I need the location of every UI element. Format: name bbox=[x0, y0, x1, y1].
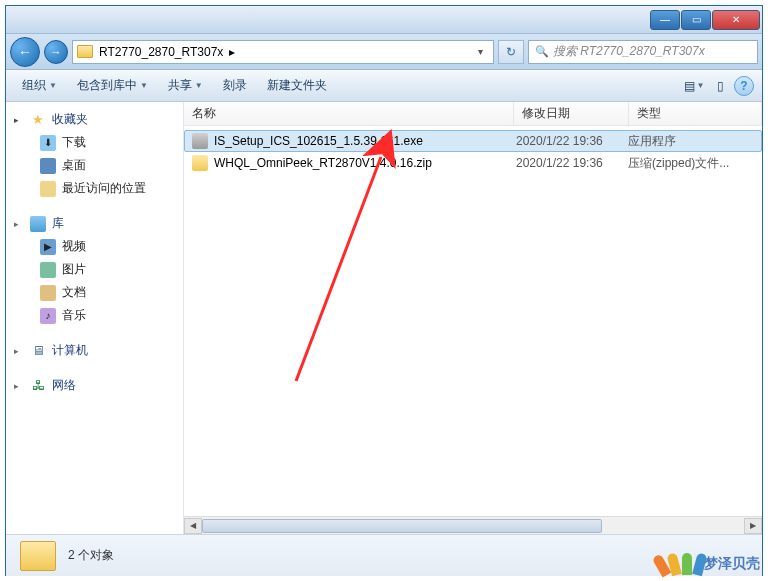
scroll-right-button[interactable]: ▶ bbox=[744, 518, 762, 534]
scroll-thumb[interactable] bbox=[202, 519, 602, 533]
exe-icon bbox=[192, 133, 208, 149]
sidebar-item-pictures[interactable]: 图片 bbox=[14, 258, 183, 281]
file-list[interactable]: IS_Setup_ICS_102615_1.5.39.161.exe2020/1… bbox=[184, 126, 762, 178]
content-pane: 名称 修改日期 类型 IS_Setup_ICS_102615_1.5.39.16… bbox=[184, 102, 762, 534]
navigation-bar: ← → RT2770_2870_RT307x ▸ ▾ ↻ 搜索 RT2770_2… bbox=[6, 34, 762, 70]
video-icon: ▶ bbox=[40, 239, 56, 255]
help-button[interactable]: ? bbox=[734, 76, 754, 96]
sidebar-item-videos[interactable]: ▶视频 bbox=[14, 235, 183, 258]
music-icon: ♪ bbox=[40, 308, 56, 324]
file-row[interactable]: WHQL_OmniPeek_RT2870V1.4.0.16.zip2020/1/… bbox=[184, 152, 762, 174]
watermark: 梦泽贝壳 bbox=[662, 553, 760, 575]
sidebar-item-recent[interactable]: 最近访问的位置 bbox=[14, 177, 183, 200]
explorer-window: — ▭ ✕ ← → RT2770_2870_RT307x ▸ ▾ ↻ 搜索 RT… bbox=[5, 5, 763, 576]
document-icon bbox=[40, 285, 56, 301]
expand-icon: ▸ bbox=[14, 219, 24, 229]
minimize-button[interactable]: — bbox=[650, 10, 680, 30]
back-button[interactable]: ← bbox=[10, 37, 40, 67]
computer-icon: 🖥 bbox=[30, 343, 46, 359]
burn-button[interactable]: 刻录 bbox=[215, 74, 255, 97]
path-separator: ▸ bbox=[229, 45, 235, 59]
search-placeholder: 搜索 RT2770_2870_RT307x bbox=[553, 43, 705, 60]
horizontal-scrollbar[interactable]: ◀ ▶ bbox=[184, 516, 762, 534]
search-input[interactable]: 搜索 RT2770_2870_RT307x bbox=[528, 40, 758, 64]
body-area: ▸ ★ 收藏夹 ⬇下载 桌面 最近访问的位置 ▸ 库 ▶视频 图片 文档 ♪音乐 bbox=[6, 102, 762, 534]
organize-menu[interactable]: 组织▼ bbox=[14, 74, 65, 97]
sidebar-favorites[interactable]: ▸ ★ 收藏夹 bbox=[14, 108, 183, 131]
view-options-button[interactable]: ▤▼ bbox=[682, 75, 706, 97]
sidebar-item-music[interactable]: ♪音乐 bbox=[14, 304, 183, 327]
watermark-logo-icon bbox=[662, 553, 702, 575]
sidebar-item-downloads[interactable]: ⬇下载 bbox=[14, 131, 183, 154]
expand-icon: ▸ bbox=[14, 381, 24, 391]
folder-icon bbox=[20, 541, 56, 571]
desktop-icon bbox=[40, 158, 56, 174]
share-menu[interactable]: 共享▼ bbox=[160, 74, 211, 97]
file-type: 压缩(zipped)文件... bbox=[628, 155, 762, 172]
zip-icon bbox=[192, 155, 208, 171]
address-bar[interactable]: RT2770_2870_RT307x ▸ ▾ bbox=[72, 40, 494, 64]
scroll-left-button[interactable]: ◀ bbox=[184, 518, 202, 534]
toolbar: 组织▼ 包含到库中▼ 共享▼ 刻录 新建文件夹 ▤▼ ▯ ? bbox=[6, 70, 762, 102]
include-in-library-menu[interactable]: 包含到库中▼ bbox=[69, 74, 156, 97]
recent-icon bbox=[40, 181, 56, 197]
preview-pane-button[interactable]: ▯ bbox=[708, 75, 732, 97]
watermark-text: 梦泽贝壳 bbox=[704, 555, 760, 573]
library-icon bbox=[30, 216, 46, 232]
expand-icon: ▸ bbox=[14, 346, 24, 356]
network-icon: 🖧 bbox=[30, 378, 46, 394]
file-name: WHQL_OmniPeek_RT2870V1.4.0.16.zip bbox=[214, 156, 516, 170]
folder-icon bbox=[77, 45, 93, 58]
forward-button[interactable]: → bbox=[44, 40, 68, 64]
file-date: 2020/1/22 19:36 bbox=[516, 134, 628, 148]
column-headers: 名称 修改日期 类型 bbox=[184, 102, 762, 126]
maximize-button[interactable]: ▭ bbox=[681, 10, 711, 30]
navigation-pane[interactable]: ▸ ★ 收藏夹 ⬇下载 桌面 最近访问的位置 ▸ 库 ▶视频 图片 文档 ♪音乐 bbox=[6, 102, 184, 534]
file-name: IS_Setup_ICS_102615_1.5.39.161.exe bbox=[214, 134, 516, 148]
file-row[interactable]: IS_Setup_ICS_102615_1.5.39.161.exe2020/1… bbox=[184, 130, 762, 152]
file-type: 应用程序 bbox=[628, 133, 761, 150]
expand-icon: ▸ bbox=[14, 115, 24, 125]
titlebar: — ▭ ✕ bbox=[6, 6, 762, 34]
sidebar-item-desktop[interactable]: 桌面 bbox=[14, 154, 183, 177]
sidebar-libraries[interactable]: ▸ 库 bbox=[14, 212, 183, 235]
column-date[interactable]: 修改日期 bbox=[514, 102, 629, 125]
item-count-label: 2 个对象 bbox=[68, 547, 114, 564]
sidebar-item-documents[interactable]: 文档 bbox=[14, 281, 183, 304]
details-pane: 2 个对象 bbox=[6, 534, 762, 576]
scroll-track[interactable] bbox=[202, 518, 744, 534]
sidebar-computer[interactable]: ▸ 🖥 计算机 bbox=[14, 339, 183, 362]
address-dropdown[interactable]: ▾ bbox=[471, 46, 489, 57]
close-button[interactable]: ✕ bbox=[712, 10, 760, 30]
sidebar-network[interactable]: ▸ 🖧 网络 bbox=[14, 374, 183, 397]
new-folder-button[interactable]: 新建文件夹 bbox=[259, 74, 335, 97]
file-date: 2020/1/22 19:36 bbox=[516, 156, 628, 170]
picture-icon bbox=[40, 262, 56, 278]
column-type[interactable]: 类型 bbox=[629, 102, 762, 125]
path-text: RT2770_2870_RT307x bbox=[99, 45, 223, 59]
star-icon: ★ bbox=[30, 112, 46, 128]
column-name[interactable]: 名称 bbox=[184, 102, 514, 125]
refresh-button[interactable]: ↻ bbox=[498, 40, 524, 64]
download-icon: ⬇ bbox=[40, 135, 56, 151]
